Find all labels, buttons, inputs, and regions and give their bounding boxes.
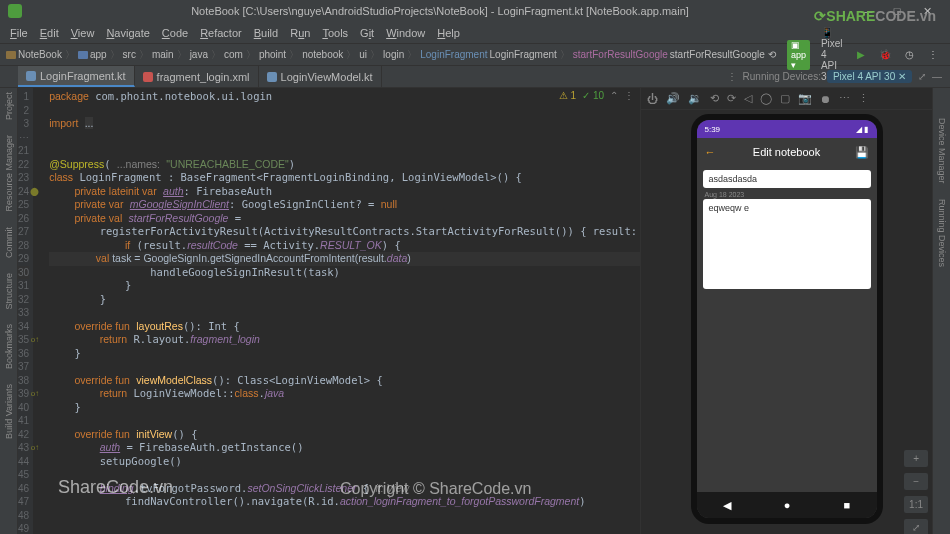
android-navbar: ◀ ● ■	[697, 492, 877, 518]
crumb[interactable]: notebook	[302, 49, 343, 60]
menu-navigate[interactable]: Navigate	[100, 27, 155, 39]
emu-record-icon[interactable]: ⏺	[820, 93, 831, 105]
zoom-out-button[interactable]: −	[904, 473, 928, 490]
menu-help[interactable]: Help	[431, 27, 466, 39]
emu-more-icon[interactable]: ⋯	[839, 92, 850, 105]
tool-commit[interactable]: Commit	[4, 227, 14, 258]
crumb[interactable]: src	[123, 49, 136, 60]
tab-fragment-login-xml[interactable]: fragment_login.xml	[135, 66, 259, 87]
emu-home-icon[interactable]: ◯	[760, 92, 772, 105]
emu-volume-up-icon[interactable]: 🔊	[666, 92, 680, 105]
emu-volume-down-icon[interactable]: 🔉	[688, 92, 702, 105]
app-logo-icon	[8, 4, 22, 18]
emu-back-icon[interactable]: ◁	[744, 92, 752, 105]
profile-button[interactable]: ◷	[902, 49, 917, 60]
tool-resource-manager[interactable]: Resource Manager	[4, 135, 14, 212]
menu-refactor[interactable]: Refactor	[194, 27, 248, 39]
crumb[interactable]: ui	[359, 49, 367, 60]
nav-home-icon[interactable]: ●	[784, 499, 791, 511]
crumb-member-label[interactable]: startForResultGoogle	[670, 49, 765, 60]
code-content[interactable]: package com.phoint.notebook.ui.login imp…	[33, 88, 640, 534]
emu-rotate-left-icon[interactable]: ⟲	[710, 92, 719, 105]
editor-inspections[interactable]: ⚠ 1 ✓ 10 ⌃⋮	[559, 90, 634, 101]
more-tabs-icon[interactable]: ⋮	[727, 71, 737, 82]
override-gutter-icon[interactable]: o↑	[31, 387, 39, 401]
tab-label: LoginViewModel.kt	[281, 71, 373, 83]
note-content: asdasdasda Aug 18 2023 eqweqw e	[697, 166, 877, 492]
module-icon	[78, 51, 88, 59]
more-actions-icon[interactable]: ⋮	[925, 49, 941, 60]
menu-build[interactable]: Build	[248, 27, 284, 39]
hide-icon[interactable]: —	[932, 71, 942, 82]
crumb[interactable]: com	[224, 49, 243, 60]
status-icons: ◢ ▮	[856, 125, 868, 134]
expand-icon[interactable]: ⤢	[918, 71, 926, 82]
run-config-selector[interactable]: ▣ app ▾	[787, 40, 810, 70]
note-date: Aug 18 2023	[703, 190, 871, 199]
tool-device-manager[interactable]: Device Manager	[937, 118, 947, 184]
xml-file-icon	[143, 72, 153, 82]
app-appbar: ← Edit notebook 💾	[697, 138, 877, 166]
left-tool-rail: Project Resource Manager Commit Structur…	[0, 88, 18, 534]
save-icon[interactable]: 💾	[855, 146, 869, 159]
gutter: 123 ⋯ 212223 24⬤ 252627 282930 31323334 …	[18, 88, 33, 534]
menu-view[interactable]: View	[65, 27, 101, 39]
override-gutter-icon[interactable]: o↑	[31, 333, 39, 347]
tool-running-devices[interactable]: Running Devices	[937, 199, 947, 267]
note-body-field[interactable]: eqweqw e	[703, 199, 871, 289]
window-title: NoteBook [C:\Users\nguye\AndroidStudioPr…	[28, 5, 852, 17]
back-icon[interactable]: ←	[705, 146, 716, 158]
zoom-fit-button[interactable]: 1:1	[904, 496, 928, 513]
zoom-in-button[interactable]: +	[904, 450, 928, 467]
crumb[interactable]: java	[190, 49, 208, 60]
phone-screen[interactable]: 5:39 ◢ ▮ ← Edit notebook 💾 asdasdasda Au…	[697, 120, 877, 518]
crumb[interactable]: app	[90, 49, 107, 60]
menu-git[interactable]: Git	[354, 27, 380, 39]
tool-bookmarks[interactable]: Bookmarks	[4, 324, 14, 369]
minimize-button[interactable]: —	[852, 5, 882, 17]
tab-login-viewmodel[interactable]: LoginViewModel.kt	[259, 66, 382, 87]
tool-project[interactable]: Project	[4, 92, 14, 120]
kotlin-file-icon	[26, 71, 36, 81]
emu-overview-icon[interactable]: ▢	[780, 92, 790, 105]
override-gutter-icon[interactable]: o↑	[31, 441, 39, 455]
crumb[interactable]: NoteBook	[18, 49, 62, 60]
crumb-file[interactable]: LoginFragment	[490, 49, 557, 60]
emu-power-icon[interactable]: ⏻	[647, 93, 658, 105]
android-statusbar: 5:39 ◢ ▮	[697, 120, 877, 138]
emu-rotate-right-icon[interactable]: ⟳	[727, 92, 736, 105]
zoom-actual-button[interactable]: ⤢	[904, 519, 928, 534]
menu-code[interactable]: Code	[156, 27, 194, 39]
emulator-pane: ⏻ 🔊 🔉 ⟲ ⟳ ◁ ◯ ▢ 📷 ⏺ ⋯ ⋮ 5:39 ◢ ▮ ←	[640, 88, 932, 534]
kotlin-file-icon	[267, 72, 277, 82]
menu-window[interactable]: Window	[380, 27, 431, 39]
nav-back-icon[interactable]: ◀	[723, 499, 731, 512]
crumb[interactable]: login	[383, 49, 404, 60]
maximize-button[interactable]: □	[882, 5, 912, 17]
tab-login-fragment[interactable]: LoginFragment.kt	[18, 66, 135, 87]
tool-structure[interactable]: Structure	[4, 273, 14, 310]
menu-edit[interactable]: Edit	[34, 27, 65, 39]
status-time: 5:39	[705, 125, 721, 134]
crumb[interactable]: main	[152, 49, 174, 60]
crumb-member[interactable]: startForResultGoogle	[573, 49, 668, 60]
sync-icon[interactable]: ⟲	[765, 49, 779, 60]
code-editor[interactable]: ⚠ 1 ✓ 10 ⌃⋮ 123 ⋯ 212223 24⬤ 252627 2829…	[18, 88, 640, 534]
appbar-title: Edit notebook	[753, 146, 820, 158]
emu-settings-icon[interactable]: ⋮	[858, 92, 869, 105]
run-button[interactable]: ▶	[854, 49, 868, 60]
emu-screenshot-icon[interactable]: 📷	[798, 92, 812, 105]
running-device-chip[interactable]: Pixel 4 API 30 ✕	[827, 70, 912, 83]
debug-button[interactable]: 🐞	[876, 49, 894, 60]
crumb[interactable]: LoginFragment	[420, 49, 487, 60]
menu-run[interactable]: Run	[284, 27, 316, 39]
note-title-field[interactable]: asdasdasda	[703, 170, 871, 188]
close-button[interactable]: ✕	[912, 5, 942, 18]
tool-build-variants[interactable]: Build Variants	[4, 384, 14, 439]
nav-recents-icon[interactable]: ■	[843, 499, 850, 511]
override-gutter-icon[interactable]: ⬤	[30, 185, 39, 199]
menu-tools[interactable]: Tools	[316, 27, 354, 39]
running-devices-label: Running Devices:	[743, 71, 821, 82]
crumb[interactable]: phoint	[259, 49, 286, 60]
menu-file[interactable]: File	[4, 27, 34, 39]
